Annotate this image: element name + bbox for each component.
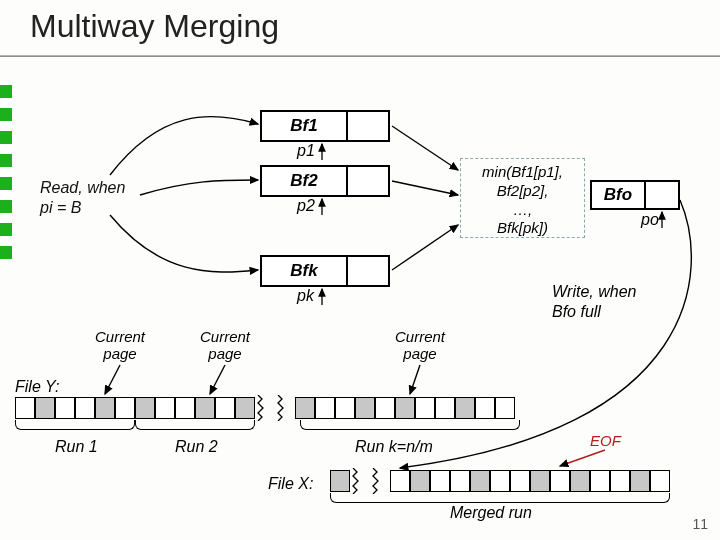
svg-line-5: [392, 225, 458, 270]
buffer-bf1-slot: [348, 112, 388, 140]
min-line-4: Bfk[pk]): [497, 219, 548, 236]
buffer-bfo-slot: [646, 182, 678, 208]
brace-run2: [135, 420, 255, 430]
file-y-label: File Y:: [15, 378, 59, 396]
brace-runk: [300, 420, 520, 430]
merged-run-label: Merged run: [450, 504, 532, 522]
brace-run1: [15, 420, 135, 430]
decorative-green-bar: [0, 85, 12, 260]
current-page-label-3: Currentpage: [395, 328, 445, 363]
buffer-bf1: Bf1: [260, 110, 390, 142]
run-2-label: Run 2: [175, 438, 218, 456]
current-page-label-1: Currentpage: [95, 328, 145, 363]
file-y-blocks: [15, 397, 515, 419]
current-page-label-2: Currentpage: [200, 328, 250, 363]
buffer-bf2-label: Bf2: [262, 167, 348, 195]
read-when-label: Read, when pi = B: [40, 178, 125, 218]
pointer-po-label: po: [641, 211, 659, 229]
min-expression-box: min(Bf1[p1], Bf2[p2], …, Bfk[pk]): [460, 158, 585, 238]
buffer-bf2-slot: [348, 167, 388, 195]
svg-line-3: [392, 126, 458, 170]
pointer-p1-label: p1: [297, 142, 315, 160]
min-line-2: Bf2[p2],: [497, 182, 549, 199]
min-line-1: min(Bf1[p1],: [482, 163, 563, 180]
slide-title: Multiway Merging: [30, 8, 279, 45]
read-line-1: Read, when: [40, 179, 125, 196]
svg-line-4: [392, 181, 458, 195]
buffer-bfo: Bfo: [590, 180, 680, 210]
svg-line-8: [210, 365, 225, 394]
buffer-bf2: Bf2: [260, 165, 390, 197]
write-line-1: Write, when: [552, 283, 636, 300]
write-when-label: Write, when Bfo full: [552, 282, 636, 322]
buffer-bfo-label: Bfo: [592, 182, 646, 208]
file-x-label: File X:: [268, 475, 313, 493]
run-1-label: Run 1: [55, 438, 98, 456]
buffer-bfk-label: Bfk: [262, 257, 348, 285]
buffer-bfk: Bfk: [260, 255, 390, 287]
pointer-pk-label: pk: [297, 287, 314, 305]
min-line-3: …,: [513, 201, 532, 218]
svg-line-10: [560, 450, 605, 466]
buffer-bfk-slot: [348, 257, 388, 285]
page-number: 11: [692, 516, 708, 532]
title-underline: [0, 55, 720, 57]
file-x-blocks: [330, 470, 670, 492]
svg-line-9: [410, 365, 420, 394]
buffer-bf1-label: Bf1: [262, 112, 348, 140]
brace-merged: [330, 493, 670, 503]
pointer-p2-label: p2: [297, 197, 315, 215]
write-line-2: Bfo full: [552, 303, 601, 320]
svg-line-7: [105, 365, 120, 394]
read-line-2: pi = B: [40, 199, 81, 216]
run-k-label: Run k=n/m: [355, 438, 433, 456]
eof-label: EOF: [590, 432, 621, 449]
